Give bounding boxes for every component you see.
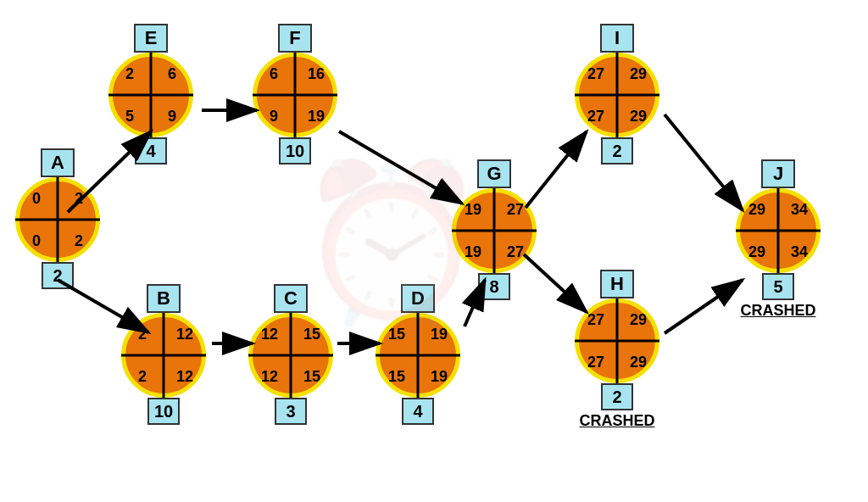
node-G-q4: 27 (494, 231, 537, 273)
node-J-q3: 29 (736, 231, 778, 273)
node-B-label: B (147, 284, 181, 313)
node-J-q4: 34 (778, 231, 821, 273)
node-G-q1: 19 (452, 188, 494, 231)
node-H-crashed: CRASHED (579, 412, 654, 430)
node-G: G 19 27 19 27 8 (452, 159, 537, 300)
node-D-edge: 4 (402, 398, 434, 425)
node-G-edge: 8 (478, 273, 510, 300)
node-E-q3: 5 (108, 95, 151, 137)
node-A-q2: 2 (58, 177, 100, 220)
node-E-label: E (134, 24, 168, 53)
node-A-edge: 2 (42, 262, 74, 289)
node-F-edge: 10 (279, 137, 311, 165)
node-E-q2: 6 (151, 53, 193, 95)
node-A-q3: 0 (15, 220, 58, 262)
node-J-crashed: CRASHED (740, 302, 815, 320)
node-C-divider-v (290, 313, 292, 398)
node-F-q3: 9 (253, 95, 295, 137)
node-J: J 29 34 29 34 5 CRASHED (736, 159, 821, 320)
node-E-q4: 9 (151, 95, 193, 137)
node-B-q3: 2 (121, 355, 164, 398)
node-C-q2: 15 (291, 313, 333, 355)
node-E: E 2 6 5 9 4 (108, 24, 193, 165)
node-J-q2: 34 (778, 188, 821, 231)
node-F-divider-v (294, 53, 297, 137)
node-D: D 15 19 15 19 4 (376, 284, 460, 425)
node-G-q2: 27 (494, 188, 537, 231)
node-C-q4: 15 (291, 355, 333, 398)
node-J-label: J (761, 159, 795, 188)
node-I-q2: 29 (617, 53, 659, 95)
node-G-divider-v (493, 188, 496, 273)
node-C-q3: 12 (248, 355, 291, 398)
node-A-divider-v (57, 177, 59, 262)
node-I-edge: 2 (601, 137, 633, 165)
node-G-label: G (477, 159, 511, 188)
node-C-q1: 12 (248, 313, 291, 355)
svg-line-3 (339, 131, 462, 204)
node-D-q3: 15 (376, 355, 418, 398)
node-H-label: H (600, 270, 634, 298)
node-H-q3: 27 (575, 341, 617, 383)
node-H-q1: 27 (575, 298, 617, 341)
node-G-q3: 19 (452, 231, 494, 273)
node-I-q3: 27 (575, 95, 617, 137)
node-C: C 12 15 12 15 3 (248, 284, 333, 425)
node-F-q2: 16 (295, 53, 337, 95)
node-I: I 27 29 27 29 2 (575, 24, 659, 165)
svg-line-10 (665, 114, 743, 210)
node-B-divider-v (163, 313, 165, 398)
node-B-q2: 12 (164, 313, 206, 355)
node-A-label: A (41, 148, 75, 177)
node-I-divider-v (616, 53, 619, 137)
node-F-q1: 6 (253, 53, 295, 95)
node-F-label: F (278, 24, 312, 53)
node-F: F 6 16 9 19 10 (253, 24, 337, 165)
node-H: H 27 29 27 29 2 CRASHED (575, 270, 659, 430)
node-C-label: C (274, 284, 308, 313)
node-C-edge: 3 (275, 398, 307, 425)
node-E-q1: 2 (108, 53, 151, 95)
node-D-q4: 19 (418, 355, 460, 398)
node-I-label: I (600, 24, 634, 53)
node-H-divider-v (616, 298, 619, 383)
node-D-divider-v (417, 313, 420, 398)
node-B-q1: 2 (121, 313, 164, 355)
node-E-divider-v (150, 53, 153, 137)
node-A-q4: 2 (58, 220, 100, 262)
node-I-q1: 27 (575, 53, 617, 95)
node-J-q1: 29 (736, 188, 778, 231)
node-D-q2: 19 (418, 313, 460, 355)
node-A: A 0 2 0 2 2 (15, 148, 100, 289)
node-E-edge: 4 (135, 137, 167, 165)
node-B: B 2 12 2 12 10 (121, 284, 206, 425)
node-H-q2: 29 (617, 298, 659, 341)
node-I-q4: 29 (617, 95, 659, 137)
node-J-edge: 5 (762, 273, 794, 300)
node-H-q4: 29 (617, 341, 659, 383)
node-H-edge: 2 (601, 383, 633, 410)
node-D-label: D (401, 284, 435, 313)
node-B-q4: 12 (164, 355, 206, 398)
node-B-edge: 10 (147, 398, 180, 425)
node-D-q1: 15 (376, 313, 418, 355)
node-F-q4: 19 (295, 95, 337, 137)
node-J-divider-v (777, 188, 780, 273)
node-A-q1: 0 (15, 177, 58, 220)
svg-line-11 (665, 280, 743, 333)
